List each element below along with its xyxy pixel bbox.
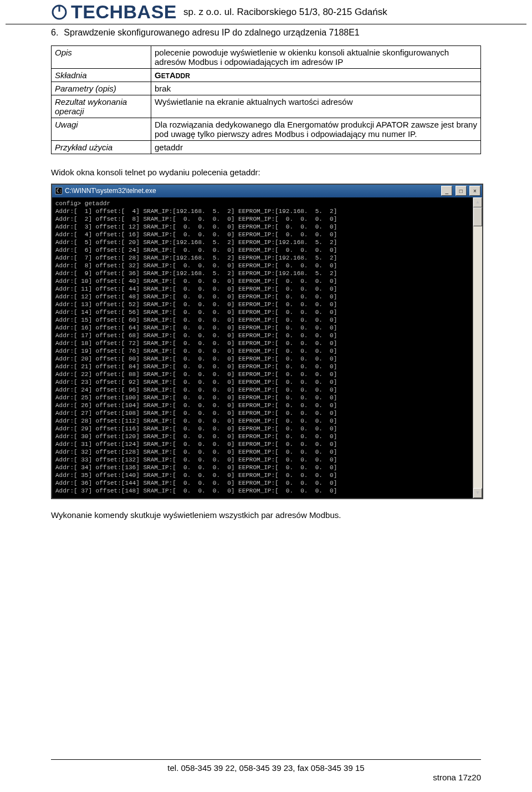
- console-caption: Widok okna konsoli telnet po wydaniu pol…: [51, 167, 481, 177]
- close-button[interactable]: ×: [469, 186, 480, 196]
- scroll-down-button[interactable]: ▼: [473, 488, 482, 498]
- titlebar-buttons: _ □ ×: [440, 186, 480, 196]
- spec-value: Wyświetlanie na ekranie aktualnych warto…: [151, 95, 481, 118]
- spec-value: getaddr: [151, 141, 481, 154]
- console-body[interactable]: config> getaddr Addr:[ 1] offset:[ 4] SR…: [52, 197, 482, 498]
- console-title: C:\WINNT\system32\telnet.exe: [65, 187, 156, 195]
- minimize-button[interactable]: _: [441, 186, 452, 196]
- spec-label: Przykład użycia: [52, 141, 151, 154]
- section-title: 6. Sprawdzenie skonfigurowanego adresu I…: [51, 28, 481, 38]
- header-divider: [6, 24, 526, 24]
- spec-label: Uwagi: [52, 118, 151, 141]
- scrollbar[interactable]: ▲ ▼: [473, 197, 482, 498]
- logo: TECHBASE: [51, 1, 177, 23]
- spec-label: Rezultat wykonania operacji: [52, 95, 151, 118]
- spec-value: brak: [151, 82, 481, 95]
- spec-table: Opispolecenie powoduje wyświetlenie w ok…: [51, 45, 481, 154]
- page-footer: tel. 058-345 39 22, 058-345 39 23, fax 0…: [51, 755, 481, 782]
- logo-icon: [51, 4, 68, 21]
- page-header: TECHBASE sp. z o.o. ul. Raciborskiego 51…: [0, 0, 532, 23]
- svg-text:C:: C:: [57, 189, 62, 194]
- after-note: Wykonanie komendy skutkuje wyświetleniem…: [51, 510, 481, 520]
- page-number: strona 17z20: [433, 773, 481, 782]
- console-window: C: C:\WINNT\system32\telnet.exe _ □ × co…: [51, 184, 483, 499]
- spec-value: polecenie powoduje wyświetlenie w okienk…: [151, 46, 481, 69]
- scroll-thumb[interactable]: [473, 207, 482, 226]
- footer-tel: tel. 058-345 39 22, 058-345 39 23, fax 0…: [167, 763, 364, 773]
- footer-divider: [51, 759, 481, 760]
- company-line: sp. z o.o. ul. Raciborskiego 51/3, 80-21…: [183, 7, 387, 18]
- spec-value: GETADDR: [151, 69, 481, 82]
- console-output: config> getaddr Addr:[ 1] offset:[ 4] SR…: [55, 200, 470, 495]
- maximize-button[interactable]: □: [456, 186, 467, 196]
- logo-text: TECHBASE: [71, 1, 177, 23]
- spec-label: Parametry (opis): [52, 82, 151, 95]
- scroll-up-button[interactable]: ▲: [473, 197, 482, 207]
- section-number: 6.: [51, 28, 58, 38]
- svg-rect-1: [59, 5, 60, 12]
- spec-label: Opis: [52, 46, 151, 69]
- spec-label: Składnia: [52, 69, 151, 82]
- section-heading: Sprawdzenie skonfigurowanego adresu IP d…: [64, 28, 359, 38]
- scroll-track[interactable]: [473, 207, 482, 488]
- console-titlebar[interactable]: C: C:\WINNT\system32\telnet.exe _ □ ×: [52, 185, 482, 197]
- cmd-icon: C:: [55, 187, 63, 195]
- spec-value: Dla rozwiązania dedykowanego dla Energom…: [151, 118, 481, 141]
